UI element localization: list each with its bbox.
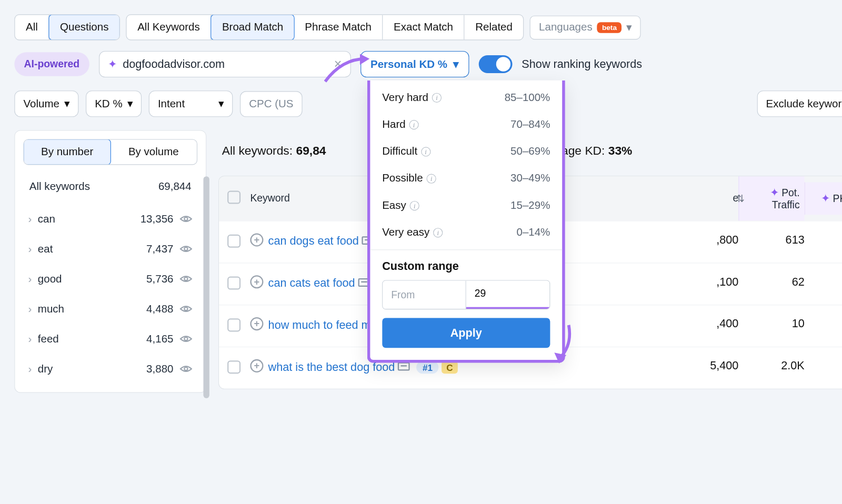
expand-icon[interactable]: + [250, 317, 263, 330]
kd-option-label: Possible [382, 172, 423, 185]
chevron-down-icon: ▾ [127, 97, 133, 110]
annotation-arrow [324, 53, 372, 83]
chevron-right-icon: › [28, 213, 32, 225]
languages-button[interactable]: Languages beta ▾ [530, 15, 641, 39]
tab-all-keywords[interactable]: All Keywords [127, 15, 212, 40]
column-volume[interactable]: e⇅ [690, 193, 738, 205]
cell-pkd: 53 [805, 317, 842, 330]
row-checkbox[interactable] [227, 277, 240, 290]
sidebar-count: 3,880 [146, 362, 173, 375]
svg-point-1 [184, 247, 187, 250]
svg-point-4 [184, 337, 187, 340]
filter-volume[interactable]: Volume▾ [14, 90, 78, 117]
info-icon[interactable]: i [427, 174, 436, 183]
info-icon[interactable]: i [410, 200, 419, 210]
cell-volume: ,800 [690, 233, 738, 246]
kd-option[interactable]: Hard i 70–84% [370, 111, 562, 138]
info-icon[interactable]: i [433, 228, 443, 237]
personal-kd-label: Personal KD % [370, 58, 447, 70]
kd-option-range: 30–49% [510, 172, 550, 185]
eye-icon[interactable] [179, 332, 193, 346]
eye-icon[interactable] [179, 362, 193, 376]
cell-volume: 5,400 [690, 359, 738, 372]
tab-related[interactable]: Related [465, 15, 524, 40]
beta-badge: beta [597, 22, 622, 33]
row-checkbox[interactable] [227, 318, 240, 331]
expand-icon[interactable]: + [250, 359, 263, 372]
sidebar: By number By volume All keywords 69,844 … [14, 130, 206, 392]
sidebar-term: can [38, 213, 134, 225]
apply-button[interactable]: Apply [382, 318, 550, 348]
tab-questions[interactable]: Questions [48, 14, 120, 40]
personal-kd-dropdown: Very hard i 85–100% Hard i 70–84% Diffic… [367, 80, 565, 363]
scope-tabs: All Questions [14, 14, 120, 40]
kd-option[interactable]: Very easy i 0–14% [370, 219, 562, 246]
serp-icon[interactable] [398, 362, 410, 371]
personal-kd-button[interactable]: Personal KD % ▾ [360, 51, 469, 77]
eye-icon[interactable] [179, 303, 193, 316]
row-checkbox[interactable] [227, 360, 240, 374]
cell-pot-traffic: 613 [738, 233, 804, 246]
cell-pkd: 59 [805, 275, 842, 288]
info-icon[interactable]: i [421, 147, 430, 156]
select-all-checkbox[interactable] [227, 190, 240, 204]
filter-cpc[interactable]: CPC (US [240, 91, 303, 117]
cell-volume: ,400 [690, 317, 738, 330]
row-checkbox[interactable] [227, 235, 240, 248]
tab-phrase-match[interactable]: Phrase Match [294, 15, 383, 40]
chevron-down-icon: ▾ [453, 57, 458, 70]
sidebar-item[interactable]: › much 4,488 [23, 294, 197, 324]
filter-intent[interactable]: Intent▾ [149, 90, 233, 117]
domain-text: dogfoodadvisor.com [123, 57, 328, 70]
expand-icon[interactable]: + [250, 233, 263, 246]
languages-label: Languages [539, 21, 593, 34]
sidebar-count: 4,165 [146, 332, 173, 345]
custom-from-input[interactable] [383, 281, 466, 309]
avg-kd-value: 33% [608, 144, 633, 157]
tab-broad-match[interactable]: Broad Match [210, 14, 295, 40]
svg-point-5 [184, 367, 187, 370]
sidebar-tab-volume[interactable]: By volume [111, 140, 197, 165]
chevron-down-icon: ▾ [64, 97, 69, 110]
kd-option[interactable]: Easy i 15–29% [370, 192, 562, 219]
eye-icon[interactable] [179, 243, 193, 256]
keyword-link[interactable]: can dogs eat food [268, 235, 359, 247]
eye-icon[interactable] [179, 213, 193, 226]
expand-icon[interactable]: + [250, 275, 263, 288]
intent-badge: C [442, 361, 458, 374]
svg-point-0 [184, 217, 187, 220]
tab-all[interactable]: All [15, 15, 49, 40]
cell-volume: ,100 [690, 275, 738, 288]
filter-kd[interactable]: KD %▾ [86, 90, 142, 117]
eye-icon[interactable] [179, 273, 193, 286]
tab-exact-match[interactable]: Exact Match [383, 15, 465, 40]
sidebar-count: 5,736 [146, 273, 173, 285]
column-pot-traffic[interactable]: ✦ Pot. Traffic [738, 176, 804, 220]
info-icon[interactable]: i [409, 119, 418, 129]
sidebar-item[interactable]: › good 5,736 [23, 264, 197, 294]
toggle-knob [496, 57, 510, 71]
ranking-toggle[interactable] [478, 55, 512, 73]
keyword-link[interactable]: can cats eat food [268, 277, 355, 289]
ai-powered-badge: AI-powered [14, 52, 89, 76]
kd-option[interactable]: Very hard i 85–100% [370, 84, 562, 111]
sidebar-item[interactable]: › feed 4,165 [23, 324, 197, 354]
domain-input-wrap[interactable]: ✦ dogfoodadvisor.com × [99, 51, 351, 77]
svg-point-3 [184, 307, 187, 310]
sidebar-item[interactable]: › can 13,356 [23, 204, 197, 234]
info-icon[interactable]: i [432, 93, 442, 102]
kd-option-label: Very hard [382, 91, 428, 104]
filter-exclude[interactable]: Exclude keywords▾ [757, 90, 842, 117]
sidebar-tab-number[interactable]: By number [23, 139, 111, 165]
sidebar-item[interactable]: › eat 7,437 [23, 234, 197, 264]
kd-option[interactable]: Possible i 30–49% [370, 165, 562, 192]
custom-to-input[interactable] [466, 281, 549, 309]
sidebar-term: dry [38, 362, 141, 375]
kd-option-range: 50–69% [510, 145, 550, 158]
cell-pot-traffic: 62 [738, 275, 804, 288]
kd-option[interactable]: Difficult i 50–69% [370, 138, 562, 165]
cell-pot-traffic: 10 [738, 317, 804, 330]
column-pkd[interactable]: ✦ PKD % [805, 183, 842, 215]
scrollbar[interactable] [203, 176, 209, 398]
sidebar-item[interactable]: › dry 3,880 [23, 354, 197, 384]
